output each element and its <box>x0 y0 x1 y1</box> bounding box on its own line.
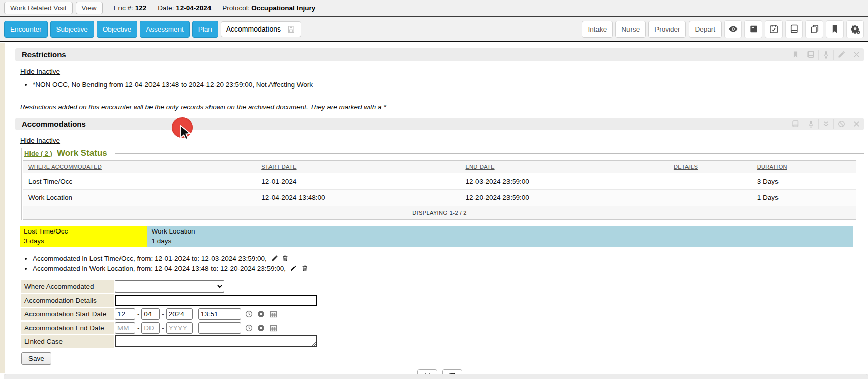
where-accommodated-label: Where Accommodated <box>21 280 114 293</box>
clear-icon[interactable] <box>257 324 265 332</box>
intake-button[interactable]: Intake <box>582 21 613 38</box>
edit-pencil-icon[interactable] <box>290 265 297 272</box>
timeline-segment: Work Location 1 days <box>147 226 853 247</box>
tab-encounter[interactable]: Encounter <box>4 21 48 38</box>
tab-objective[interactable]: Objective <box>97 21 137 38</box>
close-icon[interactable] <box>849 50 864 60</box>
pencil-icon[interactable] <box>833 50 849 60</box>
end-month-input[interactable] <box>115 322 135 334</box>
clock-icon[interactable] <box>245 310 253 318</box>
timeline-segment: Lost Time/Occ 3 days <box>20 226 147 247</box>
accommodation-details-input[interactable] <box>115 295 317 306</box>
calendar-check-icon <box>769 24 779 34</box>
tab-accommodations-active[interactable]: Accommodations <box>221 21 301 37</box>
start-year-input[interactable] <box>166 308 193 320</box>
tab-subjective[interactable]: Subjective <box>50 21 94 38</box>
col-where-accommodated[interactable]: WHERE ACCOMMODATED <box>23 161 257 173</box>
save-floppy-icon <box>287 25 295 34</box>
tab-assessment[interactable]: Assessment <box>140 21 190 38</box>
bookmark-icon[interactable] <box>788 50 803 60</box>
accommodation-end-date-label: Accommodation End Date <box>21 322 114 334</box>
work-status-heading: Work Status <box>57 148 107 158</box>
provider-button[interactable]: Provider <box>648 21 686 38</box>
copy-icon-button[interactable] <box>805 20 823 38</box>
accommodations-section-header: Accommodations <box>15 118 864 130</box>
list-item: Accommodated in Work Location, from: 12-… <box>33 264 864 273</box>
eye-icon <box>728 24 738 34</box>
view-button[interactable]: View <box>76 2 103 14</box>
delete-trash-icon[interactable] <box>282 255 289 262</box>
clock-icon[interactable] <box>245 324 253 332</box>
work-related-visit-button[interactable]: Work Related Visit <box>4 2 73 14</box>
col-duration[interactable]: DURATION <box>752 161 856 173</box>
microphone-icon[interactable] <box>803 119 818 129</box>
clear-icon[interactable] <box>257 310 265 318</box>
col-end-date[interactable]: END DATE <box>460 161 669 173</box>
encounter-date: Date: 12-04-2024 <box>158 4 211 12</box>
paging-status: DISPLAYING 1-2 / 2 <box>23 206 856 220</box>
date-separator: - <box>162 310 164 318</box>
table-header-row: WHERE ACCOMMODATED START DATE END DATE D… <box>23 161 856 173</box>
end-time-input[interactable] <box>198 322 241 334</box>
tab-bar: Encounter Subjective Objective Assessmen… <box>0 17 868 42</box>
start-day-input[interactable] <box>141 308 160 320</box>
settings-gears-icon <box>850 24 860 34</box>
tab-plan[interactable]: Plan <box>192 21 218 38</box>
accommodation-start-date-label: Accommodation Start Date <box>21 308 114 320</box>
accommodation-timeline: Lost Time/Occ 3 days Work Location 1 day… <box>20 226 853 247</box>
book-icon <box>789 24 799 34</box>
calendar-check-icon-button[interactable] <box>765 20 783 38</box>
calendar-icon[interactable] <box>269 310 278 318</box>
date-separator: - <box>162 324 164 332</box>
restriction-item: *NON OCC, No Bending from 12-04-2024 13:… <box>33 80 864 90</box>
linked-case-input[interactable] <box>115 335 317 347</box>
table-footer-row: DISPLAYING 1-2 / 2 <box>23 206 856 220</box>
linked-case-label: Linked Case <box>21 335 114 348</box>
depart-button[interactable]: Depart <box>689 21 722 38</box>
archive-box-icon-button[interactable] <box>744 20 762 38</box>
restrictions-title: Restrictions <box>22 50 66 59</box>
copy-icon <box>810 24 820 34</box>
active-tab-label: Accommodations <box>226 25 281 33</box>
end-day-input[interactable] <box>141 322 160 334</box>
accommodations-hide-inactive-link[interactable]: Hide Inactive <box>20 137 60 144</box>
work-status-panel: Hide ( 2 ) Work Status WHERE ACCOMMODATE… <box>21 148 864 220</box>
nurse-button[interactable]: Nurse <box>615 21 646 38</box>
microphone-icon[interactable] <box>818 50 833 60</box>
protocol: Protocol: Occupational Injury <box>222 4 315 12</box>
edit-pencil-icon[interactable] <box>271 255 278 262</box>
calendar-icon[interactable] <box>269 324 278 332</box>
work-status-hide-link[interactable]: Hide ( 2 ) <box>24 150 52 157</box>
bookmark-icon-button[interactable] <box>826 20 844 38</box>
start-time-input[interactable] <box>198 308 241 320</box>
save-button[interactable]: Save <box>21 352 51 365</box>
archive-box-icon <box>749 24 759 34</box>
eye-icon-button[interactable] <box>724 20 742 38</box>
ban-icon[interactable] <box>833 119 849 129</box>
settings-gears-icon-button[interactable] <box>846 20 864 38</box>
restrictions-note: Restrictions added on this encounter wil… <box>20 103 864 111</box>
end-year-input[interactable] <box>166 322 193 334</box>
table-row[interactable]: Work Location 12-04-2024 13:48:00 12-20-… <box>23 190 856 206</box>
accommodation-form: Where Accommodated Accommodation Details… <box>21 280 864 348</box>
list-item: Accommodated in Lost Time/Occ, from: 12-… <box>33 254 864 264</box>
delete-trash-icon[interactable] <box>301 265 308 272</box>
restrictions-divider <box>31 97 864 97</box>
col-details[interactable]: DETAILS <box>669 161 752 173</box>
where-accommodated-select[interactable] <box>115 280 224 293</box>
collapse-chevrons-icon[interactable] <box>818 119 833 129</box>
page-content: Restrictions Hide Inactive *NON OCC, No … <box>0 43 868 379</box>
next-section-edge <box>4 374 868 379</box>
restrictions-hide-inactive-link[interactable]: Hide Inactive <box>20 68 60 75</box>
book-icon[interactable] <box>803 50 818 60</box>
accommodations-title: Accommodations <box>22 120 86 128</box>
book-icon[interactable] <box>788 119 803 129</box>
col-start-date[interactable]: START DATE <box>256 161 460 173</box>
book-icon-button[interactable] <box>785 20 803 38</box>
close-icon[interactable] <box>849 119 864 129</box>
accommodation-details-label: Accommodation Details <box>21 294 114 307</box>
restrictions-section-header: Restrictions <box>15 48 864 61</box>
date-separator: - <box>137 324 139 332</box>
table-row[interactable]: Lost Time/Occ 12-01-2024 12-03-2024 23:5… <box>23 173 856 190</box>
start-month-input[interactable] <box>115 308 135 320</box>
